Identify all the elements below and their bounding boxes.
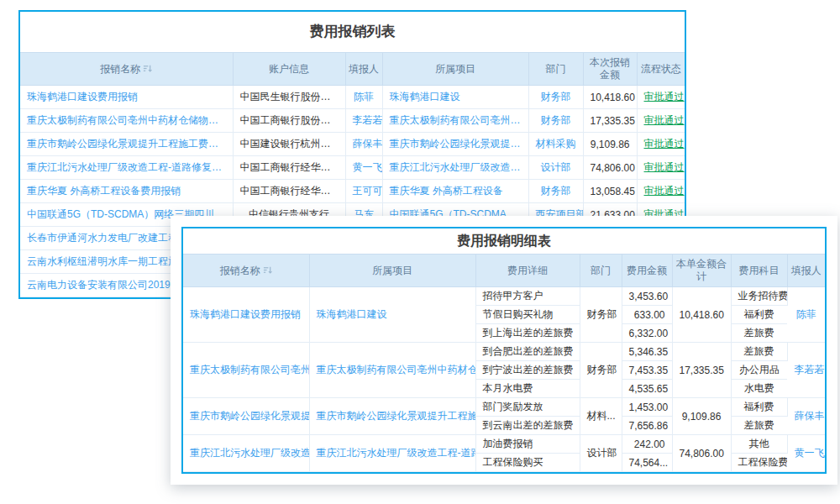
status-link[interactable]: 审批通过 — [644, 91, 685, 102]
amount-cell: 7,453.35 — [622, 361, 672, 380]
reporter-link[interactable]: 李若若 — [787, 343, 825, 398]
dept-link[interactable]: 财务部 — [528, 86, 583, 109]
amount-cell: 9,109.86 — [583, 133, 637, 156]
column-header-dept: 部门 — [528, 53, 583, 86]
amount-cell: 6,332.00 — [622, 324, 672, 343]
column-header-label: 报销名称 — [100, 63, 140, 76]
detail-cell: 到合肥出差的差旅费 — [475, 343, 580, 361]
dept-link[interactable]: 设计部 — [528, 156, 583, 180]
project-link[interactable]: 珠海鹤港口建设 — [382, 86, 528, 109]
account-cell: 中国工商银行经华路支行 — [233, 156, 345, 180]
table-row: 重庆太极制药有限公司亳州中药材仓储物流基地项... 中国工商银行股份有限... … — [20, 109, 685, 133]
column-header-amount: 费用金额 — [622, 255, 672, 287]
amount-cell: 74,564... — [622, 454, 672, 472]
project-link[interactable]: 重庆市鹅岭公园绿化景观提升... — [382, 133, 528, 156]
column-header-project: 所属项目 — [382, 53, 528, 86]
amount-cell: 3,453.60 — [622, 287, 672, 306]
table-row: 珠海鹤港口建设费用报销 珠海鹤港口建设 招待甲方客户 财务部 3,453.60 … — [183, 287, 825, 306]
expense-detail-title: 费用报销明细表 — [183, 228, 825, 254]
table-row: 重庆市鹅岭公园绿化景观提升工程 重庆市鹅岭公园绿化景观提升工程施工 部门奖励发放… — [183, 398, 825, 417]
column-header-report-name: 报销名称 — [183, 255, 309, 287]
expense-detail-table: 报销名称 所属项目 费用详细 部门 费用金额 本单金额合计 费用科目 填报人 珠… — [183, 254, 825, 472]
dept-link[interactable]: 财务部 — [528, 180, 583, 203]
reporter-link[interactable]: 薛保丰 — [787, 398, 825, 435]
category-cell: 差旅费 — [731, 343, 787, 361]
detail-cell: 到云南出差的差旅费 — [475, 417, 580, 435]
report-name-link[interactable]: 重庆江北污水处理厂级改造工程-道路修复工程费用... — [20, 156, 233, 180]
column-header-project: 所属项目 — [309, 255, 475, 287]
reporter-link[interactable]: 王可可 — [345, 180, 382, 203]
total-cell: 17,335.35 — [672, 343, 731, 398]
dept-link[interactable]: 材料采购 — [528, 133, 583, 156]
report-name-link[interactable]: 重庆市鹅岭公园绿化景观提升工程 — [183, 398, 309, 435]
detail-cell: 招待甲方客户 — [475, 287, 580, 306]
status-link[interactable]: 审批通过 — [644, 114, 685, 126]
amount-cell: 13,058.45 — [583, 180, 637, 203]
project-link[interactable]: 重庆江北污水处理厂级改造工程-道路修复工 — [309, 435, 475, 472]
detail-cell: 节假日购买礼物 — [475, 306, 580, 324]
status-link[interactable]: 审批通过 — [644, 161, 685, 173]
dept-link[interactable]: 财务部 — [528, 109, 583, 133]
column-header-amount: 本次报销金额 — [583, 53, 637, 86]
column-header-reporter: 填报人 — [345, 53, 382, 86]
amount-cell: 17,335.35 — [583, 109, 637, 133]
column-header-category: 费用科目 — [731, 255, 787, 287]
expense-detail-table-frame: 费用报销明细表 报销名称 所属项目 费用详细 部门 费用金额 本单金额合计 费用… — [181, 227, 827, 474]
reporter-link[interactable]: 黄一飞 — [345, 156, 382, 180]
amount-cell: 4,535.65 — [622, 380, 672, 398]
project-link[interactable]: 珠海鹤港口建设 — [309, 287, 475, 343]
status-link[interactable]: 审批通过 — [644, 138, 685, 150]
table-row: 重庆太极制药有限公司亳州中药材 重庆太极制药有限公司亳州中药材仓储物流 到合肥出… — [183, 343, 825, 361]
amount-cell: 7,656.86 — [622, 417, 672, 435]
category-cell: 福利费 — [731, 398, 787, 417]
expense-detail-card: 费用报销明细表 报销名称 所属项目 费用详细 部门 费用金额 本单金额合计 费用… — [171, 216, 837, 485]
reporter-link[interactable]: 薛保丰 — [345, 133, 382, 156]
project-link[interactable]: 重庆江北污水处理厂级改造工... — [382, 156, 528, 180]
table-row: 重庆江北污水处理厂级改造工程-道路修复工程费用... 中国工商银行经华路支行 黄… — [20, 156, 685, 180]
column-header-dept: 部门 — [580, 255, 622, 287]
project-link[interactable]: 重庆太极制药有限公司亳州中... — [382, 109, 528, 133]
report-name-link[interactable]: 重庆江北污水处理厂级改造工程- — [183, 435, 309, 472]
detail-cell: 本月水电费 — [475, 380, 580, 398]
project-link[interactable]: 重庆华夏 外高桥工程设备 — [382, 180, 528, 203]
report-name-link[interactable]: 重庆华夏 外高桥工程设备费用报销 — [20, 180, 233, 203]
report-name-link[interactable]: 重庆太极制药有限公司亳州中药材 — [183, 343, 309, 398]
total-cell: 10,418.60 — [672, 287, 731, 343]
reporter-link[interactable]: 陈菲 — [345, 86, 382, 109]
account-cell: 中国工商银行经华路支行 — [233, 180, 345, 203]
amount-cell: 633.00 — [622, 306, 672, 324]
category-cell: 福利费 — [731, 306, 787, 324]
dept-cell: 财务部 — [580, 287, 622, 343]
amount-cell: 242.00 — [622, 435, 672, 454]
report-name-link[interactable]: 珠海鹤港口建设费用报销 — [20, 86, 233, 109]
reporter-link[interactable]: 陈菲 — [787, 287, 825, 343]
column-header-report-name: 报销名称 — [20, 53, 233, 86]
category-cell: 办公用品 — [731, 361, 787, 380]
project-link[interactable]: 重庆市鹅岭公园绿化景观提升工程施工 — [309, 398, 475, 435]
dept-cell: 设计部 — [580, 435, 622, 472]
sort-icon[interactable] — [263, 265, 272, 275]
sort-icon[interactable] — [143, 64, 152, 73]
account-cell: 中国民生银行股份有限... — [233, 86, 345, 109]
detail-cell: 工程保险购买 — [475, 454, 580, 472]
table-row: 珠海鹤港口建设费用报销 中国民生银行股份有限... 陈菲 珠海鹤港口建设 财务部… — [20, 86, 685, 109]
expense-list-title: 费用报销列表 — [20, 12, 685, 52]
detail-cell: 到上海出差的差旅费 — [475, 324, 580, 343]
amount-cell: 1,453.00 — [622, 398, 672, 417]
table-row: 重庆市鹅岭公园绿化景观提升工程施工费用报销 中国建设银行杭州市上... 薛保丰 … — [20, 133, 685, 156]
category-cell: 差旅费 — [731, 324, 787, 343]
report-name-link[interactable]: 重庆太极制药有限公司亳州中药材仓储物流基地项... — [20, 109, 233, 133]
reporter-link[interactable]: 李若若 — [345, 109, 382, 133]
expense-list-header-row: 报销名称 账户信息 填报人 所属项目 部门 本次报销金额 流程状态 — [20, 53, 685, 86]
account-cell: 中国建设银行杭州市上... — [233, 133, 345, 156]
project-link[interactable]: 重庆太极制药有限公司亳州中药材仓储物流 — [309, 343, 475, 398]
amount-cell: 10,418.60 — [583, 86, 637, 109]
status-link[interactable]: 审批通过 — [644, 185, 685, 197]
dept-cell: 财务部 — [580, 343, 622, 398]
report-name-link[interactable]: 重庆市鹅岭公园绿化景观提升工程施工费用报销 — [20, 133, 233, 156]
reporter-link[interactable]: 黄一飞 — [787, 435, 825, 472]
total-cell: 74,806.00 — [672, 435, 731, 472]
report-name-link[interactable]: 珠海鹤港口建设费用报销 — [183, 287, 309, 343]
category-cell: 其他 — [731, 435, 787, 454]
category-cell: 差旅费 — [731, 417, 787, 435]
